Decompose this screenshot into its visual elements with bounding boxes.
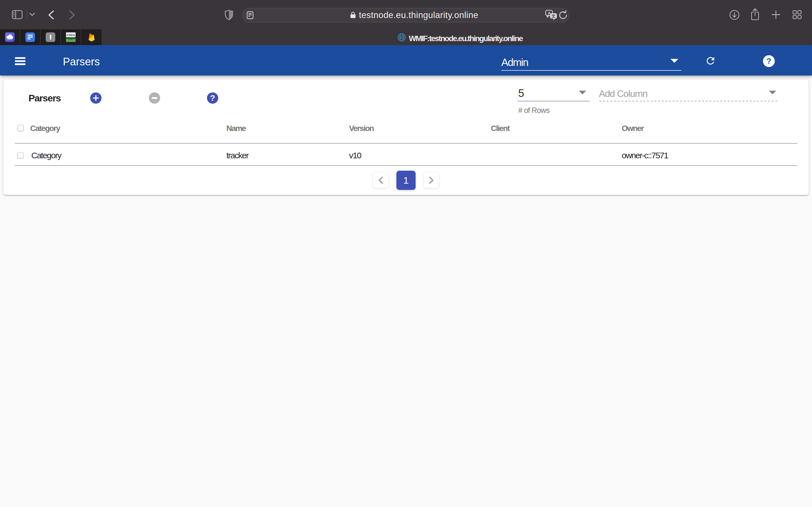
svg-text:USDA: USDA — [66, 33, 75, 37]
svg-text:?: ? — [766, 57, 771, 65]
svg-text:文: 文 — [551, 14, 555, 18]
